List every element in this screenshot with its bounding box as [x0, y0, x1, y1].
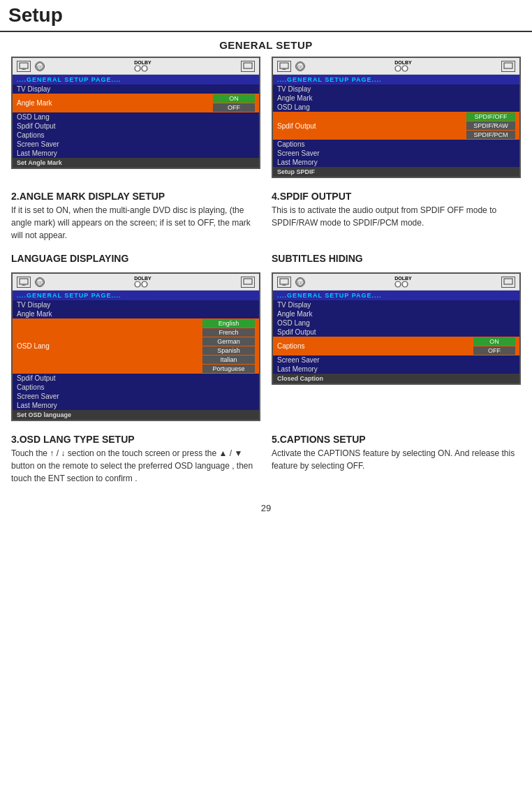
- tv-osd-lang-title: ....GENERAL SETUP PAGE....: [13, 291, 259, 300]
- svg-rect-29: [244, 279, 252, 284]
- tv-osd-sub-angle-mark: Angle Mark: [273, 309, 519, 318]
- tv-osd-sub-osd-lang: OSD Lang: [273, 318, 519, 328]
- svg-text:CC: CC: [37, 280, 43, 284]
- tv-osd-2-last-memory: Last Memory: [273, 158, 519, 167]
- tv-osd-row-screensaver: Screen Saver: [13, 140, 259, 149]
- desc-row-2: 3.OSD LANG TYPE SETUP Touch the ↑ / ↓ se…: [11, 428, 521, 493]
- tv-osd-sub-spdif: Spdif Output: [273, 328, 519, 337]
- tv-osd-lang-last-memory: Last Memory: [13, 401, 259, 410]
- captions-desc: 5.CAPTIONS SETUP Activate the CAPTIONS f…: [272, 434, 521, 485]
- svg-rect-10: [280, 63, 288, 68]
- angle-mark-desc-text: If it is set to ON, when the multi-angle…: [11, 204, 260, 242]
- svg-rect-6: [136, 66, 139, 71]
- panel-angle-mark: CC DOLBY: [11, 57, 260, 178]
- general-setup-header: GENERAL SETUP: [11, 39, 521, 51]
- tv-osd-lang-screensaver: Screen Saver: [13, 392, 259, 401]
- svg-rect-28: [143, 282, 146, 286]
- tv-panel-sub: CC DOLBY: [272, 272, 521, 385]
- panel-language: CC DOLBY: [11, 272, 260, 421]
- tv-osd-lang-captions: Captions: [13, 383, 259, 392]
- page-title: Setup: [8, 4, 524, 27]
- tv-osd-2-screensaver: Screen Saver: [273, 149, 519, 158]
- caption-on: ON: [473, 337, 515, 346]
- tv-icon-2: [277, 61, 291, 72]
- tv-osd-1: ....GENERAL SETUP PAGE.... TV Display An…: [13, 75, 259, 158]
- tv-icons-lang: CC: [17, 277, 45, 288]
- lang-spanish: Spanish: [202, 346, 255, 355]
- tv-icon-1: [17, 61, 31, 72]
- language-options: English French German Spanish Italian Po…: [202, 319, 255, 373]
- tv-icons-sub: CC: [277, 277, 305, 288]
- tv-osd-2-spdif: Spdif Output SPDIF/OFF SPDIF/RAW SPDIF/P…: [273, 112, 519, 140]
- tv-osd-2-osd-lang: OSD Lang: [273, 103, 519, 112]
- tv-osd-row-osd-lang: OSD Lang: [13, 112, 259, 122]
- tv-osd-row-angle-mark: Angle Mark ON OFF: [13, 94, 259, 112]
- lang-subtitles-headers: LANGUAGE DISPLAYING SUBTITLES HIDING: [11, 253, 521, 268]
- spdif-pcm-opt: SPDIF/PCM: [466, 131, 515, 139]
- svg-rect-16: [397, 66, 399, 71]
- lang-subtitles-panels: CC DOLBY: [11, 272, 521, 421]
- tv-osd-row-last-memory: Last Memory: [13, 149, 259, 158]
- tv-icon-subb: [501, 277, 515, 288]
- tv-osd-2-title: ....GENERAL SETUP PAGE....: [273, 75, 519, 85]
- svg-rect-36: [397, 282, 399, 286]
- tv-icons-1: CC: [17, 61, 45, 72]
- tv-panel-1-header: CC DOLBY: [13, 58, 259, 75]
- tv-osd-2-bottom: Setup SPDIF: [273, 167, 519, 177]
- tv-panel-sub-header: CC DOLBY: [273, 274, 519, 291]
- dolby-logo-2: DOLBY: [394, 60, 412, 72]
- tv-panel-1: CC DOLBY: [11, 57, 260, 169]
- spdif-options: SPDIF/OFF SPDIF/RAW SPDIF/PCM: [466, 112, 515, 139]
- svg-rect-0: [20, 63, 28, 68]
- tv-osd-lang-osd-lang: OSD Lang English French German Spanish I…: [13, 318, 259, 374]
- tv-osd-1-bottom: Set Angle Mark: [13, 158, 259, 168]
- svg-rect-39: [504, 279, 512, 284]
- captions-desc-text: Activate the CAPTIONS feature by selecti…: [272, 447, 521, 472]
- subtitles-header: SUBTITLES HIDING: [272, 253, 521, 264]
- tv-osd-lang: ....GENERAL SETUP PAGE.... TV Display An…: [13, 291, 259, 410]
- svg-rect-30: [280, 279, 288, 284]
- lang-german: German: [202, 337, 255, 346]
- tv-osd-row-captions: Captions: [13, 131, 259, 140]
- page-number: 29: [11, 496, 521, 520]
- spdif-off-opt: SPDIF/OFF: [466, 112, 515, 121]
- tv-osd-2-angle-mark: Angle Mark: [273, 94, 519, 103]
- tv-osd-sub-tv-display: TV Display: [273, 300, 519, 309]
- svg-text:CC: CC: [37, 64, 43, 68]
- tv-osd-row-spdif: Spdif Output: [13, 122, 259, 131]
- spdif-desc-text: This is to activate the audio output fro…: [272, 204, 521, 229]
- tv-osd-lang-tv-display: TV Display: [13, 300, 259, 309]
- tv-osd-sub-last-memory: Last Memory: [273, 365, 519, 374]
- angle-mark-desc-title: 2.ANGLE MARK DISPLAY SETUP: [11, 191, 260, 202]
- circle-icon-2: CC: [295, 61, 305, 71]
- tv-osd-lang-angle-mark: Angle Mark: [13, 309, 259, 318]
- svg-text:CC: CC: [297, 280, 303, 284]
- tv-osd-2-tv-display: TV Display: [273, 85, 519, 94]
- page-title-bar: Setup: [0, 0, 532, 32]
- svg-rect-18: [404, 66, 406, 71]
- tv-osd-2: ....GENERAL SETUP PAGE.... TV Display An…: [273, 75, 519, 167]
- tv-panel-2-header: CC DOLBY: [273, 58, 519, 75]
- svg-rect-26: [136, 282, 139, 286]
- tv-panel-lang-header: CC DOLBY: [13, 274, 259, 291]
- osd-lang-desc-title: 3.OSD LANG TYPE SETUP: [11, 434, 260, 445]
- general-setup-panels: CC DOLBY: [11, 57, 521, 178]
- lang-french: French: [202, 328, 255, 337]
- option-off: OFF: [213, 103, 255, 112]
- tv-osd-row-tv-display: TV Display: [13, 85, 259, 94]
- tv-osd-sub-captions: Captions ON OFF: [273, 337, 519, 355]
- tv-osd-1-title: ....GENERAL SETUP PAGE....: [13, 75, 259, 85]
- caption-off: OFF: [473, 346, 515, 355]
- tv-icon-langb: [241, 277, 255, 288]
- tv-osd-sub-bottom: Closed Caption: [273, 374, 519, 383]
- svg-rect-19: [504, 63, 512, 68]
- tv-icon-1b: [241, 61, 255, 72]
- captions-desc-title: 5.CAPTIONS SETUP: [272, 434, 521, 445]
- tv-osd-sub-screensaver: Screen Saver: [273, 355, 519, 365]
- osd-lang-desc-text: Touch the ↑ / ↓ section on the touch scr…: [11, 447, 260, 485]
- circle-icon-sub: CC: [295, 277, 305, 287]
- spdif-raw-opt: SPDIF/RAW: [466, 122, 515, 130]
- circle-icon-1: CC: [35, 61, 45, 71]
- lang-italian: Italian: [202, 355, 255, 364]
- tv-osd-sub-title: ....GENERAL SETUP PAGE....: [273, 291, 519, 300]
